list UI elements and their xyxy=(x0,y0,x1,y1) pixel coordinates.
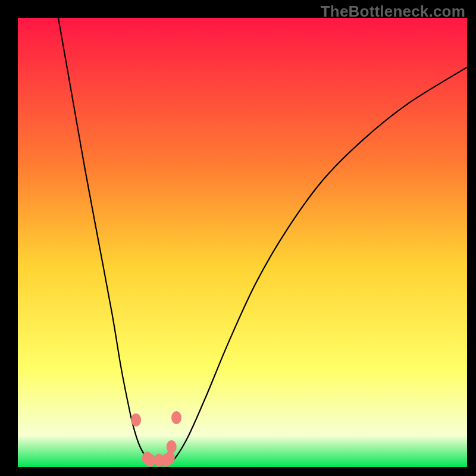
trough-marker xyxy=(171,411,181,424)
trough-marker xyxy=(167,440,177,453)
gradient-background xyxy=(18,18,467,467)
chart-frame: TheBottleneck.com xyxy=(0,0,476,476)
trough-marker xyxy=(131,414,141,427)
plot-area xyxy=(18,18,467,467)
bottleneck-curve-chart xyxy=(18,18,467,467)
trough-marker xyxy=(165,452,175,465)
